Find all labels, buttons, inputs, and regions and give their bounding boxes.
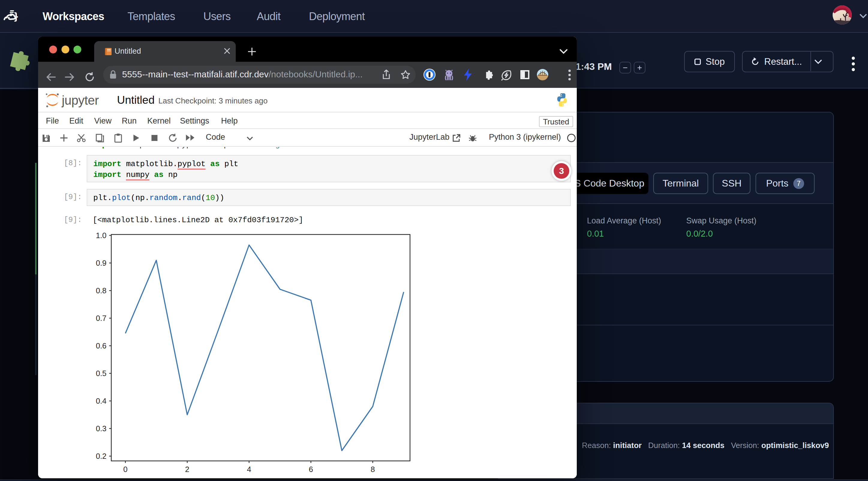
svg-text:0.8: 0.8 — [96, 286, 106, 295]
svg-text:2: 2 — [185, 465, 189, 474]
svg-text:4: 4 — [247, 465, 251, 474]
svg-text:0.5: 0.5 — [96, 369, 106, 378]
svg-text:8: 8 — [371, 465, 375, 474]
svg-text:}: } — [14, 10, 18, 22]
svg-text:0.9: 0.9 — [96, 259, 106, 267]
svg-text:0.7: 0.7 — [96, 314, 106, 322]
svg-text:0.3: 0.3 — [96, 424, 106, 433]
svg-text:0: 0 — [123, 465, 127, 474]
svg-text:0.4: 0.4 — [96, 397, 106, 405]
svg-text:1.0: 1.0 — [96, 231, 106, 239]
svg-text:0.6: 0.6 — [96, 342, 106, 350]
svg-text:6: 6 — [309, 465, 313, 474]
svg-text:0.2: 0.2 — [96, 452, 106, 460]
